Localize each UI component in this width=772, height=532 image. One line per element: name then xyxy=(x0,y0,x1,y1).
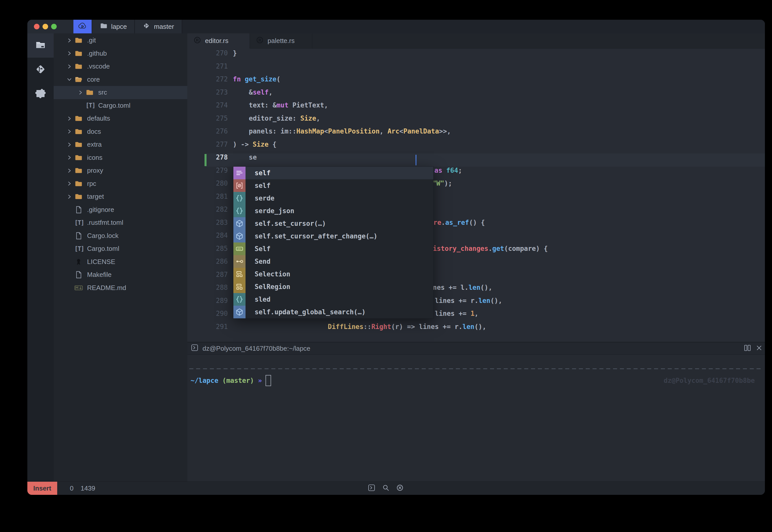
rust-file-icon: R xyxy=(256,36,264,46)
tree-item-icons[interactable]: icons xyxy=(54,151,187,164)
activity-plugins[interactable] xyxy=(27,82,54,106)
editor-caret xyxy=(416,155,416,165)
close-terminal-button[interactable] xyxy=(753,344,765,353)
completion-item[interactable]: serde_json xyxy=(234,205,433,217)
line-number: 273 xyxy=(198,88,228,96)
tree-item-label: Cargo.toml xyxy=(98,102,130,109)
tree-item-readme-md[interactable]: README.md xyxy=(54,281,187,295)
folder-icon xyxy=(74,36,86,45)
code-line-270[interactable]: 270} xyxy=(187,49,765,62)
tree-item-makefile[interactable]: Makefile xyxy=(54,268,187,281)
tab-palette-rs[interactable]: R palette.rs xyxy=(250,33,312,49)
chevron-right-icon[interactable] xyxy=(64,142,74,147)
statusbar-problems-button[interactable] xyxy=(396,484,404,493)
tree-item-rpc[interactable]: rpc xyxy=(54,177,187,190)
completion-item[interactable]: self xyxy=(234,179,433,192)
zoom-window-button[interactable] xyxy=(51,24,57,29)
statusbar-terminal-button[interactable] xyxy=(368,484,375,493)
tree-item-label: defaults xyxy=(87,115,110,122)
chevron-right-icon[interactable] xyxy=(64,51,74,56)
terminal-tab[interactable]: dz@Polycom_64167f70b8be:~/lapce xyxy=(187,344,742,353)
chevron-right-icon[interactable] xyxy=(64,155,74,160)
code-line-275[interactable]: 275editor_size: Size, xyxy=(187,115,765,128)
completion-item[interactable]: self.set_cursor_after_change(…) xyxy=(234,230,433,242)
tree-item-target[interactable]: target xyxy=(54,190,187,203)
completion-label: Selection xyxy=(246,270,290,278)
activity-source-control[interactable] xyxy=(27,58,54,82)
chevron-right-icon[interactable] xyxy=(64,194,74,199)
tree-item-label: core xyxy=(87,76,100,83)
chevron-right-icon[interactable] xyxy=(64,38,74,43)
completion-item[interactable]: self.update_global_search(…) xyxy=(234,306,433,318)
chevron-down-icon[interactable] xyxy=(64,77,74,82)
completion-label: self.set_cursor(…) xyxy=(246,220,326,227)
chevron-right-icon[interactable] xyxy=(64,181,74,186)
code-text: fn get_size( xyxy=(233,75,281,83)
branch-chip[interactable]: master xyxy=(135,20,182,33)
close-window-button[interactable] xyxy=(34,24,39,29)
chevron-right-icon[interactable] xyxy=(75,90,85,95)
remote-connection-button[interactable] xyxy=(73,20,92,33)
tab-editor-rs[interactable]: R editor.rs xyxy=(187,33,250,49)
file-explorer-icon xyxy=(34,39,47,52)
tree-item--gitignore[interactable]: .gitignore xyxy=(54,203,187,216)
folder-open-icon xyxy=(74,75,86,84)
code-line-276[interactable]: 276panels: im::HashMap<PanelPosition, Ar… xyxy=(187,127,765,141)
code-line-291[interactable]: 291DiffLines::Right(r) => lines += r.len… xyxy=(187,323,765,336)
split-terminal-button[interactable] xyxy=(742,344,753,353)
line-number: 287 xyxy=(198,271,228,278)
chevron-right-icon[interactable] xyxy=(64,168,74,173)
tree-item-cargo-toml[interactable]: [T]Cargo.toml xyxy=(54,99,187,112)
completion-item[interactable]: SelRegion xyxy=(234,280,433,293)
code-line-272[interactable]: 272fn get_size( xyxy=(187,75,765,88)
completion-label: Self xyxy=(246,245,271,253)
chevron-right-icon[interactable] xyxy=(64,129,74,134)
cloud-play-icon xyxy=(77,21,88,32)
code-line-274[interactable]: 274text: &mut PietText, xyxy=(187,101,765,115)
code-line-271[interactable]: 271 xyxy=(187,62,765,76)
code-text: as f64; xyxy=(434,167,462,174)
tree-item-src[interactable]: src xyxy=(54,86,187,99)
completion-label: SelRegion xyxy=(246,283,290,291)
completion-item[interactable]: Selection xyxy=(234,268,433,280)
tree-item--vscode[interactable]: .vscode xyxy=(54,60,187,73)
tree-item--git[interactable]: .git xyxy=(54,34,187,47)
completion-item[interactable]: self xyxy=(234,167,433,179)
line-number: 278 xyxy=(198,153,228,161)
tree-item-license[interactable]: LICENSE xyxy=(54,255,187,269)
completion-item[interactable]: Send xyxy=(234,255,433,268)
chevron-right-icon[interactable] xyxy=(64,64,74,69)
tree-item-docs[interactable]: docs xyxy=(54,125,187,138)
tree-item-extra[interactable]: extra xyxy=(54,138,187,151)
sidebar-file-explorer: .git.github.vscodecoresrc[T]Cargo.tomlde… xyxy=(54,33,187,482)
tree-item--rustfmt-toml[interactable]: [T].rustfmt.toml xyxy=(54,216,187,229)
code-line-277[interactable]: 277) -> Size { xyxy=(187,141,765,154)
chevron-right-icon[interactable] xyxy=(64,116,74,121)
code-line-273[interactable]: 273&self, xyxy=(187,88,765,102)
completion-item[interactable]: serde xyxy=(234,192,433,205)
tree-item--github[interactable]: .github xyxy=(54,47,187,60)
tree-item-proxy[interactable]: proxy xyxy=(54,164,187,177)
activity-explorer[interactable] xyxy=(27,33,54,58)
terminal-prompt[interactable]: ~/lapce (master) » xyxy=(190,375,262,386)
completion-item[interactable]: self.set_cursor(…) xyxy=(234,217,433,230)
minimize-window-button[interactable] xyxy=(42,24,48,29)
tree-item-core[interactable]: core xyxy=(54,73,187,86)
project-chip[interactable]: lapce xyxy=(92,20,135,33)
tree-item-defaults[interactable]: defaults xyxy=(54,112,187,125)
tree-item-label: .gitignore xyxy=(87,206,114,214)
completion-item[interactable]: sled xyxy=(234,293,433,306)
tree-item-cargo-lock[interactable]: Cargo.lock xyxy=(54,229,187,242)
code-line-278[interactable]: 278se xyxy=(187,153,765,167)
tree-item-label: .github xyxy=(87,50,107,57)
completion-item[interactable]: abcSelf xyxy=(234,242,433,255)
line-number: 284 xyxy=(198,232,228,239)
tree-item-label: Cargo.toml xyxy=(87,245,119,253)
statusbar-search-button[interactable] xyxy=(382,484,390,493)
code-text: "W"); xyxy=(432,180,452,187)
line-number: 280 xyxy=(198,180,228,187)
line-number: 290 xyxy=(198,310,228,317)
tree-item-cargo-toml[interactable]: [T]Cargo.toml xyxy=(54,242,187,255)
svg-text:R: R xyxy=(196,38,199,42)
code-text: } xyxy=(233,49,237,57)
